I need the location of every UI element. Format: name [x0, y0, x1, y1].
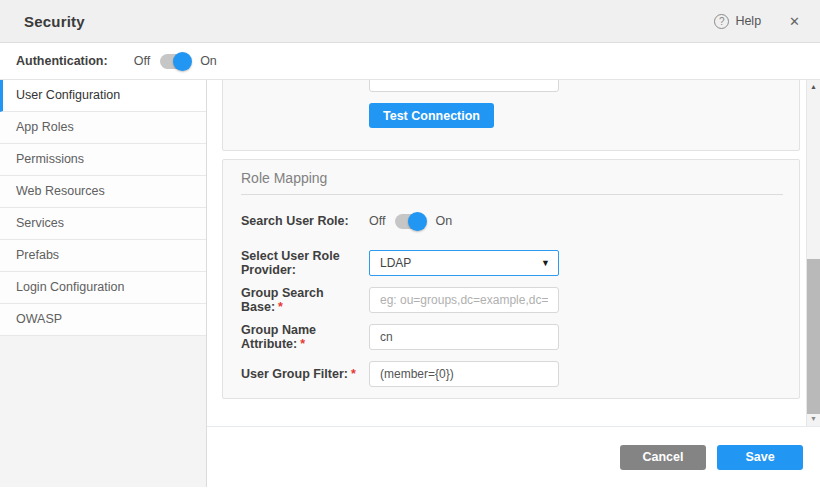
role-mapping-panel: Role Mapping Search User Role: Off On Se…: [222, 159, 800, 399]
scrollbar-thumb[interactable]: [807, 259, 820, 414]
group-search-base-input[interactable]: [369, 287, 559, 313]
toggle-knob: [173, 52, 192, 71]
save-button[interactable]: Save: [717, 445, 803, 470]
security-dialog: Security ? Help ✕ Authentication: Off On…: [0, 0, 820, 488]
test-connection-button[interactable]: Test Connection: [369, 103, 494, 128]
search-user-role-on-label: On: [435, 214, 452, 228]
authentication-toggle[interactable]: [160, 54, 190, 69]
required-marker: *: [278, 300, 283, 314]
sidebar-item-web-resources[interactable]: Web Resources: [0, 176, 206, 208]
cancel-button[interactable]: Cancel: [620, 445, 706, 470]
group-search-base-row: Group Search Base:*: [241, 287, 783, 313]
sidebar-item-login-configuration[interactable]: Login Configuration: [0, 272, 206, 304]
dialog-footer: Cancel Save: [207, 427, 820, 487]
role-mapping-title: Role Mapping: [241, 170, 783, 194]
user-group-filter-row: User Group Filter:*: [241, 361, 783, 387]
group-name-attribute-row: Group Name Attribute:*: [241, 324, 783, 350]
help-label: Help: [735, 14, 761, 28]
required-marker: *: [351, 367, 356, 381]
scroll-viewport: Test Connection Role Mapping Search User…: [207, 80, 820, 426]
sidebar-item-permissions[interactable]: Permissions: [0, 144, 206, 176]
help-icon: ?: [714, 14, 729, 29]
provider-label: Select User Role Provider:: [241, 249, 369, 277]
search-user-role-off-label: Off: [369, 214, 385, 228]
sidebar-item-owasp[interactable]: OWASP: [0, 304, 206, 336]
header-actions: ? Help ✕: [714, 14, 800, 29]
help-button[interactable]: ? Help: [714, 14, 761, 29]
page-title: Security: [24, 13, 85, 30]
search-user-role-toggle[interactable]: [395, 214, 425, 229]
sidebar-item-prefabs[interactable]: Prefabs: [0, 240, 206, 272]
search-user-role-row: Search User Role: Off On: [241, 209, 783, 233]
search-user-role-label: Search User Role:: [241, 214, 369, 228]
required-marker: *: [300, 337, 305, 351]
provider-selected-value: LDAP: [380, 256, 411, 270]
user-group-filter-input[interactable]: [369, 361, 559, 387]
group-search-base-label: Group Search Base:*: [241, 286, 369, 314]
toggle-knob: [408, 212, 427, 231]
sidebar-item-services[interactable]: Services: [0, 208, 206, 240]
sidebar-item-app-roles[interactable]: App Roles: [0, 112, 206, 144]
scrolled-field[interactable]: [369, 80, 559, 92]
sidebar: User Configuration App Roles Permissions…: [0, 80, 207, 487]
authentication-row: Authentication: Off On: [0, 43, 820, 80]
authentication-label: Authentication:: [16, 54, 108, 68]
sidebar-item-user-configuration[interactable]: User Configuration: [0, 80, 206, 112]
vertical-scrollbar[interactable]: ▲ ▼: [806, 80, 820, 426]
authentication-toggle-group: Off On: [134, 54, 217, 69]
dialog-header: Security ? Help ✕: [0, 0, 820, 43]
scroll-up-icon[interactable]: ▲: [807, 82, 820, 92]
search-user-role-toggle-group: Off On: [369, 214, 452, 229]
main-content: Test Connection Role Mapping Search User…: [207, 80, 820, 487]
provider-row: Select User Role Provider: LDAP ▼: [241, 250, 783, 276]
close-icon[interactable]: ✕: [789, 14, 800, 29]
connection-panel: Test Connection: [222, 80, 800, 151]
user-group-filter-label: User Group Filter:*: [241, 367, 369, 381]
group-name-attribute-input[interactable]: [369, 324, 559, 350]
user-role-provider-select[interactable]: LDAP ▼: [369, 250, 559, 276]
authentication-off-label: Off: [134, 54, 150, 68]
dropdown-caret-icon: ▼: [541, 258, 550, 268]
scroll-down-icon[interactable]: ▼: [807, 414, 820, 424]
section-divider: [241, 194, 783, 195]
authentication-on-label: On: [200, 54, 217, 68]
group-name-attribute-label: Group Name Attribute:*: [241, 323, 369, 351]
